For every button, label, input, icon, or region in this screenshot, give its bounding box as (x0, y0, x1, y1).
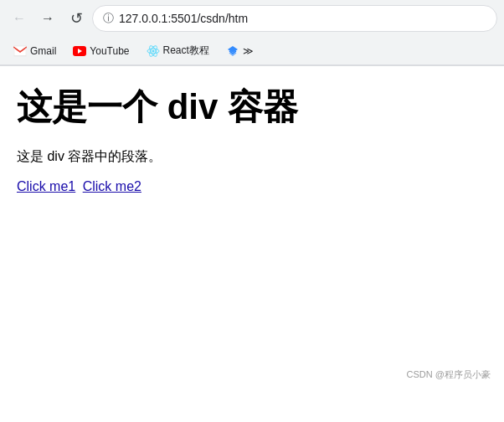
page-content: 这是一个 div 容器 这是 div 容器中的段落。 Click me1 Cli… (0, 66, 504, 389)
url-protocol: 127.0.0.1: (119, 12, 171, 25)
forward-button[interactable] (35, 6, 60, 31)
youtube-label: YouTube (90, 45, 129, 57)
url-path: 5501/csdn/htm (171, 12, 248, 25)
svg-point-5 (152, 49, 154, 52)
click-me1-link[interactable]: Click me1 (17, 179, 75, 193)
page-heading: 这是一个 div 容器 (17, 86, 487, 128)
browser-chrome: ⓘ 127.0.0.1:5501/csdn/htm Gmail YouTube (0, 0, 504, 66)
bookmark-youtube[interactable]: YouTube (66, 42, 136, 60)
address-bar[interactable]: ⓘ 127.0.0.1:5501/csdn/htm (92, 5, 497, 32)
nav-bar: ⓘ 127.0.0.1:5501/csdn/htm (0, 0, 504, 37)
gmail-icon (13, 44, 27, 58)
bookmark-react[interactable]: React教程 (140, 40, 216, 61)
bookmark-more[interactable]: ≫ (219, 41, 260, 61)
page-paragraph: 这是 div 容器中的段落。 (17, 148, 487, 166)
reload-icon (70, 9, 83, 28)
click-me2-link[interactable]: Click me2 (83, 179, 141, 193)
forward-arrow-icon (41, 11, 54, 26)
react-label: React教程 (163, 44, 209, 58)
back-button[interactable] (7, 6, 32, 31)
juejin-icon (226, 44, 239, 58)
youtube-icon (73, 46, 86, 56)
bookmark-gmail[interactable]: Gmail (7, 41, 63, 61)
react-icon (147, 44, 160, 58)
page-links: Click me1 Click me2 (17, 179, 487, 194)
gmail-label: Gmail (30, 45, 56, 57)
url-display: 127.0.0.1:5501/csdn/htm (119, 12, 248, 25)
more-label: ≫ (243, 45, 254, 57)
reload-button[interactable] (64, 6, 89, 31)
watermark: CSDN @程序员小豪 (407, 368, 491, 381)
info-icon: ⓘ (103, 11, 114, 26)
bookmarks-bar: Gmail YouTube React教程 ≫ (0, 37, 504, 65)
back-arrow-icon (13, 11, 26, 26)
